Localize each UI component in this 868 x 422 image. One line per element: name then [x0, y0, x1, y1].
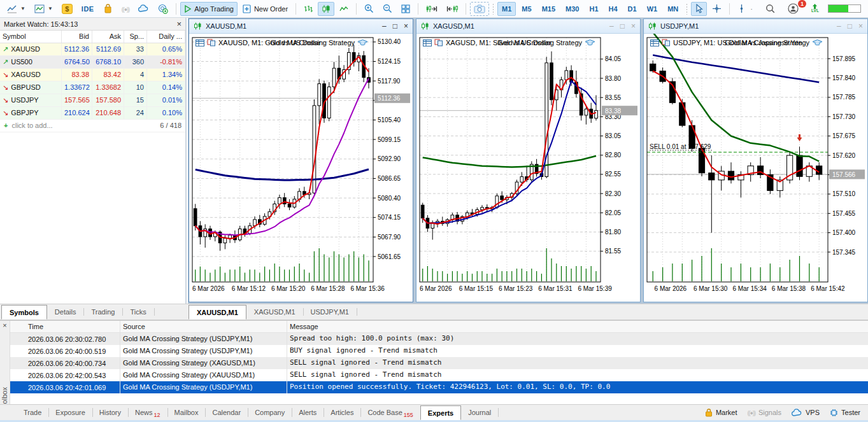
bottom-tab-experts[interactable]: Experts	[420, 405, 461, 420]
bottom-tab-journal[interactable]: Journal	[461, 405, 498, 420]
add-symbol-label[interactable]: click to add...	[11, 120, 52, 132]
chart-tab-xagusd-m1[interactable]: XAGUSD,M1	[246, 304, 303, 320]
timeframe-w1[interactable]: W1	[643, 2, 662, 16]
market-watch-row-gbpusd[interactable]: ↘GBPUSD1.336721.33682100.14%	[0, 81, 185, 94]
status-tester[interactable]: Tester	[830, 409, 860, 417]
maximize-icon[interactable]: □	[393, 22, 397, 31]
signals-button[interactable]: ((●))	[118, 2, 133, 16]
timeframe-mn[interactable]: MN	[663, 2, 683, 16]
bottom-tab-trade[interactable]: Trade	[17, 405, 48, 420]
close-icon[interactable]: ×	[858, 22, 863, 31]
timeframe-m15[interactable]: M15	[537, 2, 560, 16]
vps-cloud-button[interactable]	[134, 2, 153, 16]
line-mode-icon	[339, 5, 348, 13]
bottom-tab-company[interactable]: Company	[248, 405, 292, 420]
log-row[interactable]: 2026.03.06 20:42:01.069Gold MA Crossing …	[10, 381, 868, 393]
crosshair-button[interactable]	[708, 2, 725, 16]
timeframe-d1[interactable]: D1	[623, 2, 641, 16]
tab-ticks[interactable]: Ticks	[122, 304, 153, 320]
vline-tool-button[interactable]	[734, 2, 749, 16]
zoom-in-button[interactable]	[360, 2, 378, 16]
tile-windows-button[interactable]	[397, 2, 414, 16]
chart-tab-usdjpy-m1[interactable]: USDJPY,M1	[303, 304, 357, 320]
dot-icon: ·	[750, 5, 753, 13]
log-bullet-cell	[10, 358, 25, 369]
add-symbol-icon[interactable]: +	[4, 120, 8, 132]
lvl-indicator[interactable]: LVL	[808, 2, 823, 16]
bottom-tab-alerts[interactable]: Alerts	[292, 405, 324, 420]
chart-window-titlebar[interactable]: XAGUSD,M1–□×	[416, 19, 640, 34]
bars-mode-button[interactable]	[300, 2, 317, 16]
maximize-icon[interactable]: □	[848, 22, 852, 31]
market-watch-row-usdjpy[interactable]: ↘USDJPY157.565157.580150.01%	[0, 94, 185, 107]
bottom-tab-calendar[interactable]: Calendar	[205, 405, 248, 420]
cursor-button[interactable]	[691, 2, 707, 16]
chart-canvas[interactable]: 84.0583.8083.5583.3083.0582.8082.5582.30…	[416, 34, 640, 302]
minimize-icon[interactable]: –	[837, 22, 841, 31]
svg-text:6 Mar 15:15: 6 Mar 15:15	[459, 285, 494, 292]
metaeditor-button[interactable]: IDE	[78, 2, 98, 16]
svg-text:81.80: 81.80	[605, 229, 621, 236]
bid-cell: 210.624	[62, 107, 92, 119]
zoom-out-button[interactable]	[379, 2, 396, 16]
close-icon[interactable]: ×	[0, 321, 10, 330]
lock-icon	[705, 408, 713, 417]
bottom-tab-news[interactable]: News12	[128, 405, 167, 420]
chart-tab-xauusd-m1[interactable]: XAUUSD,M1	[189, 305, 246, 320]
candles-mode-button[interactable]	[318, 2, 334, 16]
bottom-tab-mailbox[interactable]: Mailbox	[167, 405, 206, 420]
chart-canvas[interactable]: SELL 0.01 at 157.629157.895157.840157.78…	[644, 34, 867, 302]
chart-canvas[interactable]: 5130.405124.155117.905111.655105.405099.…	[189, 34, 413, 302]
minimize-icon[interactable]: –	[382, 22, 387, 31]
tab-trading[interactable]: Trading	[83, 304, 122, 320]
log-row[interactable]: 2026.03.06 20:30:02.780Gold MA Crossing …	[10, 333, 868, 345]
tab-symbols[interactable]: Symbols	[1, 305, 47, 320]
market-watch-row-us500[interactable]: ↗US5006764.506768.10360-0.81%	[0, 56, 185, 69]
indicators-button[interactable]: ▼	[31, 2, 57, 16]
close-icon[interactable]: ×	[176, 19, 181, 29]
chart-shift-button[interactable]	[443, 2, 462, 16]
maximize-icon[interactable]: □	[620, 22, 625, 31]
column-header-bid: Bid	[62, 31, 92, 43]
community-button[interactable]	[154, 2, 172, 16]
market-watch-row-xagusd[interactable]: ↘XAGUSD83.3883.4241.34%	[0, 69, 185, 81]
timeframe-h1[interactable]: H1	[585, 2, 602, 16]
status-vps[interactable]: VPS	[792, 409, 820, 417]
market-watch-row-gbpjpy[interactable]: ↘GBPJPY210.624210.648240.10%	[0, 107, 185, 120]
daily-cell: 0.10%	[147, 107, 185, 119]
log-row[interactable]: 2026.03.06 20:42:00.543Gold MA Crossing …	[10, 369, 868, 381]
timeframe-m1[interactable]: M1	[497, 2, 516, 16]
minimize-icon[interactable]: –	[609, 22, 614, 31]
line-mode-button[interactable]	[336, 2, 352, 16]
bottom-tab-code-base[interactable]: Code Base155	[360, 405, 420, 420]
auto-scroll-button[interactable]	[422, 2, 441, 16]
status-signals[interactable]: ((●))Signals	[748, 409, 782, 416]
timeframe-h4[interactable]: H4	[604, 2, 622, 16]
bottom-tab-articles[interactable]: Articles	[324, 405, 360, 420]
tab-details[interactable]: Details	[47, 304, 84, 320]
ma-fast-line	[653, 71, 819, 182]
status-market[interactable]: Market	[705, 408, 737, 417]
timeframe-m5[interactable]: M5	[517, 2, 536, 16]
new-chart-button[interactable]: ▼	[3, 2, 29, 16]
log-time-cell: 2026.03.06 20:40:00.734	[25, 358, 120, 369]
new-order-button[interactable]: New Order	[239, 2, 292, 16]
market-button[interactable]	[99, 2, 117, 16]
log-row[interactable]: 2026.03.06 20:40:00.519Gold MA Crossing …	[10, 345, 868, 357]
bottom-tab-history[interactable]: History	[92, 405, 128, 420]
screenshot-button[interactable]	[470, 2, 489, 16]
log-row[interactable]: 2026.03.06 20:40:00.734Gold MA Crossing …	[10, 357, 868, 369]
tick-down-icon: ↘	[3, 96, 8, 104]
chart-window-titlebar[interactable]: XAUUSD,M1–□×	[189, 19, 413, 34]
close-icon[interactable]: ×	[404, 22, 408, 31]
search-button[interactable]	[762, 2, 779, 16]
market-watch-row-xauusd[interactable]: ↗XAUUSD5112.365112.69330.65%	[0, 43, 185, 56]
timeframe-m30[interactable]: M30	[561, 2, 583, 16]
chart-window-titlebar[interactable]: USDJPY,M1–□×	[644, 19, 867, 34]
svg-text:5130.40: 5130.40	[378, 38, 401, 45]
close-icon[interactable]: ×	[631, 22, 636, 31]
bottom-tab-exposure[interactable]: Exposure	[48, 405, 92, 420]
algo-trading-button[interactable]: Algo Trading	[180, 2, 238, 16]
symbols-button[interactable]: $	[58, 2, 76, 16]
user-button[interactable]: 1	[784, 2, 802, 16]
